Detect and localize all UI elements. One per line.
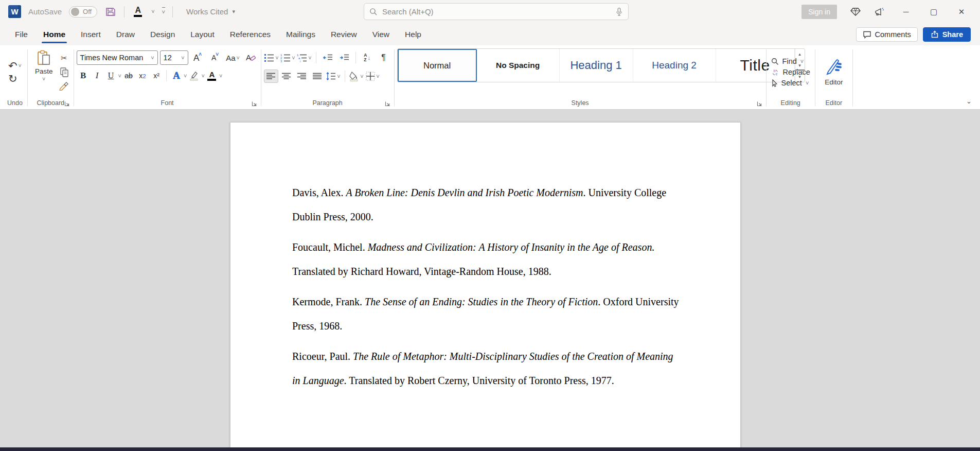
justify-button[interactable]: [310, 70, 325, 83]
tab-home[interactable]: Home: [35, 23, 73, 45]
bold-button[interactable]: B: [77, 69, 90, 82]
share-button[interactable]: Share: [923, 27, 971, 42]
search-icon: [369, 8, 378, 16]
cut-icon[interactable]: ✂: [58, 52, 71, 64]
font-color-quick-icon[interactable]: A: [132, 6, 144, 18]
italic-button[interactable]: I: [91, 69, 104, 82]
tab-review[interactable]: Review: [323, 23, 365, 45]
tab-view[interactable]: View: [365, 23, 397, 45]
align-left-button[interactable]: [264, 70, 278, 83]
paragraph-group: ˅ 123 ˅ 1ai ˅: [264, 47, 391, 109]
titlebar-right-controls: Sign in ─ ▢ ✕: [801, 0, 980, 23]
redo-icon[interactable]: ↻: [8, 73, 22, 84]
tab-help[interactable]: Help: [397, 23, 429, 45]
subscript-button[interactable]: x2: [136, 69, 149, 82]
group-separator: [815, 49, 815, 106]
citation-paragraph[interactable]: Davis, Alex. A Broken Line: Denis Devlin…: [292, 181, 684, 229]
document-title[interactable]: Works Cited ▾: [186, 7, 235, 16]
document-canvas[interactable]: Davis, Alex. A Broken Line: Denis Devlin…: [0, 110, 980, 447]
paste-button[interactable]: Paste ˅: [30, 47, 58, 97]
customize-toolbar-icon[interactable]: ˅: [162, 9, 165, 15]
font-dialog-launcher-icon[interactable]: [252, 101, 257, 107]
works-cited-text[interactable]: Davis, Alex. A Broken Line: Denis Devlin…: [230, 123, 740, 393]
word-logo-icon[interactable]: W: [8, 5, 21, 18]
ribbon-tab-bar: File Home Insert Draw Design Layout Refe…: [0, 23, 980, 45]
change-case-button[interactable]: Aa˅: [225, 50, 241, 65]
font-size-combobox[interactable]: 12 ˅: [160, 50, 188, 65]
shading-button[interactable]: ˅: [349, 69, 364, 83]
multilevel-list-button[interactable]: 1ai ˅: [297, 50, 312, 65]
citation-paragraph[interactable]: Ricoeur, Paul. The Rule of Metaphor: Mul…: [292, 344, 684, 393]
undo-dropdown-icon[interactable]: ˅: [19, 63, 22, 68]
collapse-ribbon-icon[interactable]: ⌄: [966, 97, 972, 105]
clipboard-dialog-launcher-icon[interactable]: [64, 101, 70, 107]
autosave-toggle[interactable]: Off: [69, 6, 97, 18]
increase-indent-button[interactable]: [336, 50, 352, 65]
format-painter-icon[interactable]: [58, 80, 71, 92]
strikethrough-button[interactable]: ab: [122, 69, 135, 82]
document-page[interactable]: Davis, Alex. A Broken Line: Denis Devlin…: [230, 122, 741, 447]
tab-references[interactable]: References: [222, 23, 278, 45]
comments-button[interactable]: Comments: [856, 27, 918, 42]
numbering-button[interactable]: 123 ˅: [280, 50, 296, 65]
underline-button[interactable]: U: [104, 69, 118, 82]
line-spacing-button[interactable]: ˅: [326, 69, 341, 83]
copy-icon[interactable]: [58, 66, 71, 78]
font-color-dropdown-icon[interactable]: ˅: [151, 9, 154, 14]
citation-line: Press, 1968.: [292, 314, 684, 338]
style-normal[interactable]: Normal: [398, 49, 477, 82]
styles-more-icon[interactable]: ▾: [795, 71, 805, 82]
sort-button[interactable]: AZ↓: [360, 50, 375, 65]
tab-file[interactable]: File: [7, 23, 35, 45]
microphone-icon[interactable]: [615, 7, 623, 16]
clear-formatting-button[interactable]: A: [243, 50, 258, 65]
show-formatting-marks-button[interactable]: ¶: [376, 50, 391, 65]
sign-in-button[interactable]: Sign in: [801, 5, 837, 19]
style-heading-2[interactable]: Heading 2: [633, 49, 716, 82]
share-icon: [931, 30, 939, 38]
tab-draw[interactable]: Draw: [109, 23, 142, 45]
editing-group-label: Editing: [781, 99, 800, 107]
citation-paragraph[interactable]: Kermode, Frank. The Sense of an Ending: …: [292, 290, 684, 338]
highlight-dropdown-icon[interactable]: ˅: [201, 73, 204, 79]
citation-paragraph[interactable]: Foucault, Michel. Madness and Civilizati…: [292, 235, 684, 284]
toolbar-separator: [124, 6, 124, 18]
font-name-combobox[interactable]: Times New Roman ˅: [77, 50, 158, 65]
paragraph-dialog-launcher-icon[interactable]: [385, 101, 390, 107]
decrease-indent-button[interactable]: [320, 50, 335, 65]
shrink-font-button[interactable]: A˅: [208, 50, 223, 65]
align-right-button[interactable]: [295, 70, 309, 83]
search-input[interactable]: [382, 7, 611, 16]
word-application-window: W AutoSave Off A ˅ ˅ Works Cited ▾: [0, 0, 980, 451]
minimize-button[interactable]: ─: [899, 7, 913, 16]
tab-insert[interactable]: Insert: [73, 23, 109, 45]
styles-dialog-launcher-icon[interactable]: [757, 101, 762, 107]
undo-icon[interactable]: ↶: [8, 60, 17, 71]
menu-right-buttons: Comments Share: [856, 23, 980, 45]
maximize-button[interactable]: ▢: [926, 7, 941, 16]
tab-mailings[interactable]: Mailings: [278, 23, 323, 45]
text-effects-dropdown-icon[interactable]: ˅: [184, 73, 187, 79]
tab-design[interactable]: Design: [142, 23, 183, 45]
close-button[interactable]: ✕: [954, 7, 969, 16]
highlight-button[interactable]: [187, 69, 201, 82]
whats-new-megaphone-icon[interactable]: [874, 7, 885, 17]
find-button[interactable]: Find ˅: [771, 57, 810, 65]
text-effects-button[interactable]: A: [170, 69, 183, 82]
bullets-button[interactable]: ˅: [264, 50, 279, 65]
borders-button[interactable]: ˅: [365, 69, 381, 83]
tab-layout[interactable]: Layout: [183, 23, 222, 45]
align-center-button[interactable]: [279, 70, 294, 83]
editor-button[interactable]: Editor: [818, 47, 850, 97]
premium-diamond-icon[interactable]: [850, 7, 861, 16]
save-icon[interactable]: [104, 6, 117, 18]
citation-line: Davis, Alex. A Broken Line: Denis Devlin…: [292, 181, 684, 205]
grow-font-button[interactable]: A˄: [190, 50, 206, 65]
style-heading-1[interactable]: Heading 1: [560, 49, 633, 82]
font-color-button[interactable]: A: [205, 69, 219, 82]
search-bar[interactable]: [364, 3, 629, 20]
font-color-dropdown-icon[interactable]: ˅: [219, 73, 222, 79]
style-no-spacing[interactable]: No Spacing: [477, 49, 560, 82]
underline-dropdown-icon[interactable]: ˅: [118, 73, 121, 79]
superscript-button[interactable]: x²: [150, 69, 163, 82]
